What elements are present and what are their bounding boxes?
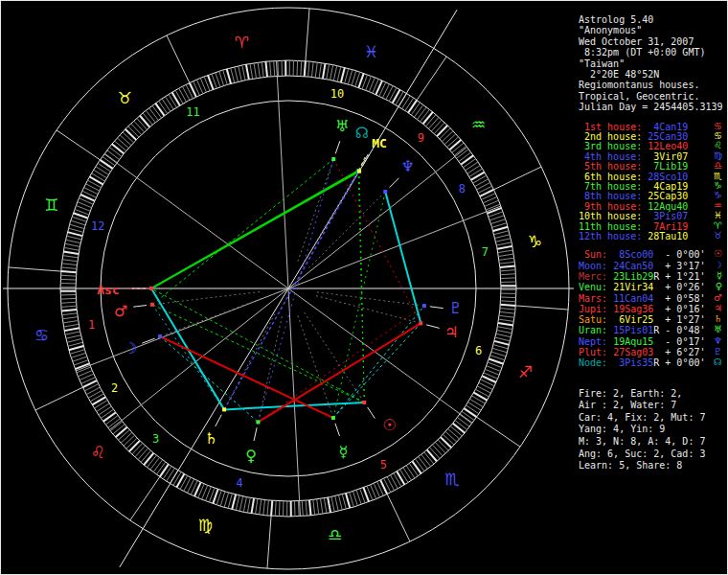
degree-tick <box>153 460 162 472</box>
sign-boundary-line <box>493 167 541 190</box>
degree-tick <box>68 228 82 232</box>
degree-tick <box>239 66 242 81</box>
degree-tick <box>443 131 454 142</box>
house-number: 10 <box>330 87 344 101</box>
degree-tick <box>247 497 250 513</box>
degree-tick <box>406 466 415 478</box>
aspect-line-trine <box>151 288 364 402</box>
degree-tick <box>137 118 148 129</box>
degree-tick <box>494 231 509 235</box>
glyph-pointer-line <box>368 407 375 419</box>
degree-tick <box>495 235 511 239</box>
degree-tick <box>267 500 268 516</box>
degree-tick <box>179 88 187 102</box>
sign-glyph-icon: ♓ <box>364 42 378 61</box>
planet-glyph-merc: ☿ <box>339 443 349 461</box>
degree-tick <box>152 105 162 118</box>
degree-tick <box>160 464 169 476</box>
degree-tick <box>235 67 239 82</box>
degree-tick <box>496 239 512 242</box>
degree-tick <box>64 247 80 250</box>
sign-glyph-icon: ♈ <box>235 33 249 52</box>
degree-tick <box>165 97 173 109</box>
degree-tick <box>426 115 436 126</box>
planet-row: Mars: 11Can04 + 0°58'♂ <box>579 293 727 304</box>
degree-tick <box>331 496 334 512</box>
degree-tick <box>341 67 345 82</box>
degree-tick <box>495 337 511 341</box>
sign-glyph-icon: ♒ <box>471 115 486 134</box>
degree-tick <box>453 424 465 433</box>
degree-tick <box>421 454 431 466</box>
planet-glyph-nept: ♆ <box>400 157 414 175</box>
degree-tick <box>298 501 299 517</box>
degree-tick <box>494 341 510 345</box>
planet-row: Sun: 8Sco00 - 0°00'☉ <box>579 249 727 260</box>
degree-tick <box>455 421 467 430</box>
planet-row: Moon: 24Can50 + 3°17'☽ <box>579 261 727 271</box>
degree-tick <box>65 240 80 242</box>
planet-guide-line <box>298 164 332 262</box>
degree-tick <box>125 129 136 140</box>
degree-tick <box>232 494 236 510</box>
degree-tick <box>147 455 156 468</box>
degree-tick <box>67 339 82 343</box>
degree-tick <box>68 342 82 346</box>
house-number: 2 <box>111 381 118 395</box>
degree-tick <box>414 104 422 117</box>
aspect-line-sextile <box>333 323 421 418</box>
degree-tick <box>138 448 148 460</box>
sign-boundary-line <box>9 267 61 271</box>
degree-tick <box>435 443 445 454</box>
degree-tick <box>220 492 225 506</box>
degree-tick <box>324 498 327 514</box>
aspect-line-trine <box>152 159 333 305</box>
degree-tick <box>265 61 267 77</box>
aspect-line-trine <box>358 171 364 402</box>
degree-tick <box>342 494 346 509</box>
glyph-pointer-line <box>430 307 444 309</box>
degree-tick <box>60 279 76 280</box>
degree-tick <box>405 98 414 110</box>
degree-tick <box>496 334 512 336</box>
degree-tick <box>499 258 514 260</box>
degree-tick <box>466 405 479 414</box>
sign-boundary-line <box>306 9 309 61</box>
degree-tick <box>60 302 76 303</box>
aspect-line-trine <box>151 171 358 288</box>
degree-tick <box>120 135 131 146</box>
degree-tick <box>275 501 276 517</box>
degree-tick <box>262 62 263 78</box>
chart-info-sidebar: Astrolog 5.40 "Anonymous" Wed October 31… <box>576 1 727 574</box>
zodiac-glyph-icon: ♂ <box>714 292 722 303</box>
degree-tick <box>321 498 323 514</box>
degree-tick <box>345 68 349 82</box>
degree-tick <box>92 397 105 404</box>
degree-tick <box>441 437 451 448</box>
glyph-pointer-line <box>362 155 369 167</box>
degree-tick <box>73 356 87 361</box>
house-number: 8 <box>459 182 466 196</box>
planet-position-dot <box>357 170 361 173</box>
zodiac-glyph-icon: ☊ <box>714 356 722 367</box>
degree-tick <box>116 427 127 437</box>
sign-glyph-icon: ♍ <box>198 516 213 535</box>
glyph-pointer-line <box>335 424 340 436</box>
degree-tick <box>429 117 440 128</box>
degree-tick <box>498 254 513 256</box>
degree-tick <box>110 422 122 431</box>
angle-label-asc: Asc <box>97 283 119 297</box>
glyph-pointer-line <box>133 306 147 308</box>
degree-tick <box>309 500 311 516</box>
degree-tick <box>279 501 280 517</box>
degree-tick <box>61 310 77 311</box>
zodiac-glyph-icon: ☉ <box>714 248 722 259</box>
sign-boundary-line <box>267 516 271 568</box>
planet-guide-line <box>157 292 260 305</box>
degree-tick <box>163 467 171 479</box>
degree-tick <box>167 469 175 482</box>
degree-tick <box>440 128 450 139</box>
degree-tick <box>112 144 124 153</box>
planet-glyph-jupi: ♃ <box>444 323 458 341</box>
sign-boundary-line <box>515 306 568 310</box>
